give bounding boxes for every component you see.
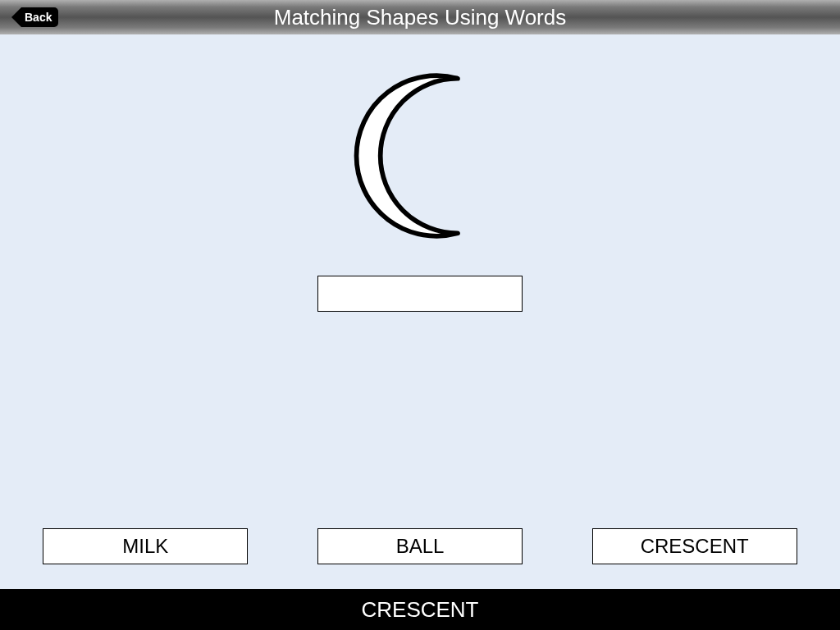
back-arrow-icon — [11, 7, 21, 27]
answer-slot[interactable] — [317, 276, 523, 312]
shape-display — [313, 49, 527, 262]
option-milk[interactable]: MILK — [43, 528, 248, 564]
header-bar: Back Matching Shapes Using Words — [0, 0, 840, 34]
back-button[interactable]: Back — [11, 7, 58, 27]
option-ball[interactable]: BALL — [317, 528, 523, 564]
page-title: Matching Shapes Using Words — [274, 5, 566, 30]
crescent-icon — [326, 62, 514, 250]
footer-answer: CRESCENT — [361, 597, 478, 623]
options-row: MILK BALL CRESCENT — [0, 528, 840, 564]
option-label: CRESCENT — [641, 535, 749, 558]
back-button-label: Back — [21, 7, 58, 27]
option-label: MILK — [122, 535, 168, 558]
main-content: MILK BALL CRESCENT — [0, 34, 840, 589]
footer-bar: CRESCENT — [0, 589, 840, 630]
option-crescent[interactable]: CRESCENT — [592, 528, 797, 564]
option-label: BALL — [396, 535, 445, 558]
